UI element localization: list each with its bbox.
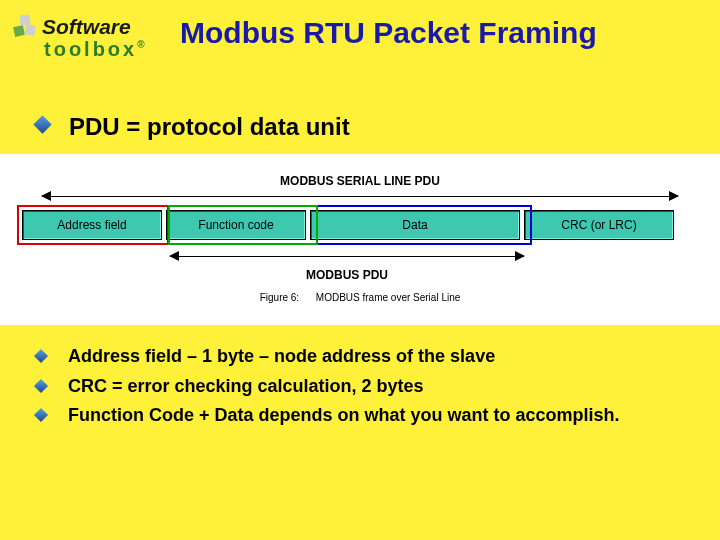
diamond-bullet-icon <box>33 115 51 133</box>
field-address: Address field <box>22 210 162 240</box>
bullet-text: CRC = error checking calculation, 2 byte… <box>68 375 424 398</box>
svg-rect-2 <box>20 15 31 26</box>
field-function-code: Function code <box>166 210 306 240</box>
list-item: PDU = protocol data unit <box>36 111 720 142</box>
bullet-text: Function Code + Data depends on what you… <box>68 404 620 427</box>
registered-icon: ® <box>137 39 144 50</box>
bullet-list-bottom: Address field – 1 byte – node address of… <box>36 345 720 427</box>
bullet-list-top: PDU = protocol data unit <box>36 111 720 142</box>
field-crc: CRC (or LRC) <box>524 210 674 240</box>
figure-caption: Figure 6: MODBUS frame over Serial Line <box>22 292 698 303</box>
caption-text: MODBUS frame over Serial Line <box>316 292 461 303</box>
field-data: Data <box>310 210 520 240</box>
list-item: Function Code + Data depends on what you… <box>36 404 720 427</box>
caption-prefix: Figure 6: <box>260 292 299 303</box>
diamond-bullet-icon <box>34 408 48 422</box>
svg-rect-1 <box>24 24 35 35</box>
serial-line-label: MODBUS SERIAL LINE PDU <box>22 174 698 188</box>
pdu-extent-arrow <box>170 250 524 264</box>
serial-line-extent-arrow <box>42 190 678 204</box>
slide-title: Modbus RTU Packet Framing <box>180 16 597 50</box>
slide-header: Software toolbox® Modbus RTU Packet Fram… <box>0 0 720 61</box>
pdu-label: MODBUS PDU <box>170 268 524 282</box>
packet-fields-row: Address field Function code Data CRC (or… <box>22 210 698 240</box>
packet-diagram: MODBUS SERIAL LINE PDU Address field Fun… <box>0 154 720 325</box>
diamond-bullet-icon <box>34 379 48 393</box>
software-toolbox-logo: Software toolbox® <box>12 14 172 61</box>
bullet-text: PDU = protocol data unit <box>69 111 350 142</box>
svg-rect-0 <box>13 25 25 37</box>
list-item: CRC = error checking calculation, 2 byte… <box>36 375 720 398</box>
bullet-text: Address field – 1 byte – node address of… <box>68 345 495 368</box>
toolbox-blocks-icon <box>12 14 38 40</box>
logo-text-toolbox: toolbox <box>44 38 137 60</box>
logo-text-software: Software <box>42 15 131 38</box>
diamond-bullet-icon <box>34 349 48 363</box>
list-item: Address field – 1 byte – node address of… <box>36 345 720 368</box>
